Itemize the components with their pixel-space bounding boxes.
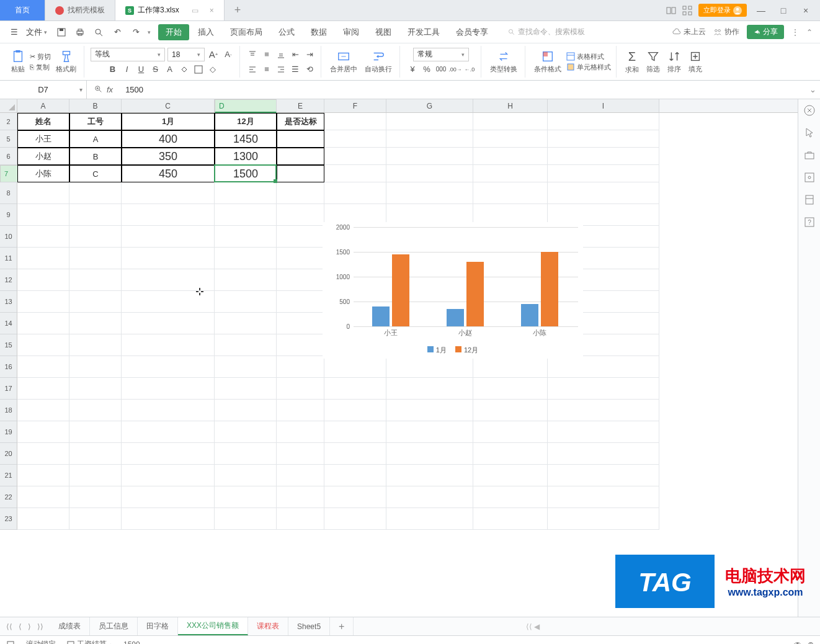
- align-bot-button[interactable]: [275, 48, 287, 61]
- comma-button[interactable]: 000: [435, 63, 447, 76]
- cell[interactable]: [17, 465, 69, 486]
- format-painter-button[interactable]: 格式刷: [53, 48, 79, 75]
- cell[interactable]: [548, 400, 659, 421]
- cell[interactable]: [69, 400, 122, 421]
- record-icon[interactable]: [6, 640, 15, 645]
- toolbox-icon[interactable]: [803, 149, 816, 161]
- cell[interactable]: [386, 148, 473, 165]
- cell[interactable]: [324, 182, 386, 204]
- menu-tab-8[interactable]: 会员专享: [448, 24, 496, 40]
- font-select[interactable]: 等线▾: [91, 48, 165, 61]
- cond-format-button[interactable]: 条件格式: [532, 48, 564, 75]
- col-header-F[interactable]: F: [324, 99, 386, 112]
- cell[interactable]: [277, 226, 324, 248]
- cell[interactable]: [548, 130, 659, 148]
- cell[interactable]: [122, 226, 215, 248]
- row-header-9[interactable]: 9: [0, 204, 17, 226]
- cell[interactable]: [122, 378, 215, 400]
- add-sheet-button[interactable]: +: [330, 617, 354, 635]
- percent-button[interactable]: %: [421, 63, 433, 76]
- cell[interactable]: [215, 334, 277, 356]
- tab-new[interactable]: +: [225, 0, 251, 20]
- cell[interactable]: [17, 226, 69, 248]
- row-header-17[interactable]: 17: [0, 378, 17, 400]
- sheet-tab[interactable]: 成绩表: [50, 617, 90, 635]
- cell[interactable]: [473, 400, 548, 421]
- cell[interactable]: [548, 421, 659, 443]
- align-left-button[interactable]: [246, 63, 259, 76]
- row-header-19[interactable]: 19: [0, 421, 17, 443]
- cell[interactable]: [473, 182, 548, 204]
- cell[interactable]: [277, 508, 324, 530]
- col-header-A[interactable]: A: [17, 99, 69, 112]
- cell[interactable]: [69, 443, 122, 465]
- cell[interactable]: [386, 400, 473, 421]
- pointer-icon[interactable]: [803, 127, 816, 139]
- cell[interactable]: [215, 248, 277, 269]
- chart-bar[interactable]: [521, 304, 538, 326]
- cell[interactable]: [548, 182, 659, 204]
- table-cell[interactable]: 450: [122, 165, 215, 182]
- type-convert-button[interactable]: 类型转换: [488, 48, 520, 75]
- cell[interactable]: [324, 486, 386, 508]
- cell[interactable]: [17, 443, 69, 465]
- menu-tab-0[interactable]: 开始: [158, 24, 189, 40]
- cell[interactable]: [473, 421, 548, 443]
- fill-color-button[interactable]: [178, 63, 190, 76]
- cell[interactable]: [122, 356, 215, 378]
- table-header[interactable]: 工号: [69, 113, 122, 130]
- cell[interactable]: [69, 291, 122, 313]
- merge-button[interactable]: 合并居中: [328, 48, 360, 75]
- chart-bar[interactable]: [541, 252, 558, 326]
- cell[interactable]: [548, 113, 659, 130]
- row-header-5[interactable]: 5: [0, 130, 17, 148]
- chart[interactable]: 0500100015002000 1月12月 小王小赵小陈: [323, 222, 583, 359]
- cell[interactable]: [386, 356, 473, 378]
- name-box[interactable]: D7▾: [0, 81, 87, 99]
- menu-tab-6[interactable]: 视图: [368, 24, 399, 40]
- ai-icon[interactable]: [803, 104, 816, 117]
- cell[interactable]: [548, 443, 659, 465]
- currency-button[interactable]: ¥: [406, 63, 419, 76]
- col-header-B[interactable]: B: [69, 99, 122, 112]
- cell[interactable]: [69, 421, 122, 443]
- col-header-G[interactable]: G: [386, 99, 473, 112]
- cell[interactable]: [386, 508, 473, 530]
- hscroll-left-icon[interactable]: ⟨⟨ ◀: [526, 622, 540, 631]
- table-cell[interactable]: [277, 130, 324, 148]
- col-header-C[interactable]: C: [122, 99, 215, 112]
- tab-home[interactable]: 首页: [0, 0, 45, 20]
- close-icon[interactable]: ×: [210, 6, 214, 15]
- spreadsheet-grid[interactable]: ABCDEFGHI 256789101112131415161718192021…: [0, 99, 798, 617]
- cell[interactable]: [215, 291, 277, 313]
- cell[interactable]: [69, 226, 122, 248]
- table-cell[interactable]: 小陈: [17, 165, 69, 182]
- sheet-tab[interactable]: XXX公司销售额: [178, 617, 248, 635]
- cell[interactable]: [386, 378, 473, 400]
- row-header-13[interactable]: 13: [0, 291, 17, 313]
- cell[interactable]: [277, 182, 324, 204]
- underline-button[interactable]: U: [135, 63, 148, 76]
- cell[interactable]: [386, 421, 473, 443]
- cell[interactable]: [17, 400, 69, 421]
- cell[interactable]: [69, 356, 122, 378]
- cell[interactable]: [277, 443, 324, 465]
- cell[interactable]: [122, 334, 215, 356]
- cell[interactable]: [548, 486, 659, 508]
- cell[interactable]: [122, 204, 215, 226]
- cell[interactable]: [473, 508, 548, 530]
- table-header[interactable]: 1月: [122, 113, 215, 130]
- row-header-18[interactable]: 18: [0, 400, 17, 421]
- italic-button[interactable]: I: [121, 63, 133, 76]
- table-style-button[interactable]: 表格样式: [566, 52, 611, 61]
- cell[interactable]: [17, 291, 69, 313]
- cell[interactable]: [473, 113, 548, 130]
- indent-inc-button[interactable]: ⇥: [303, 48, 316, 61]
- cell[interactable]: [215, 269, 277, 291]
- table-cell[interactable]: 400: [122, 130, 215, 148]
- cell[interactable]: [324, 400, 386, 421]
- cell[interactable]: [215, 465, 277, 486]
- cell[interactable]: [122, 421, 215, 443]
- more-icon[interactable]: ⋮: [791, 28, 799, 37]
- cell[interactable]: [324, 465, 386, 486]
